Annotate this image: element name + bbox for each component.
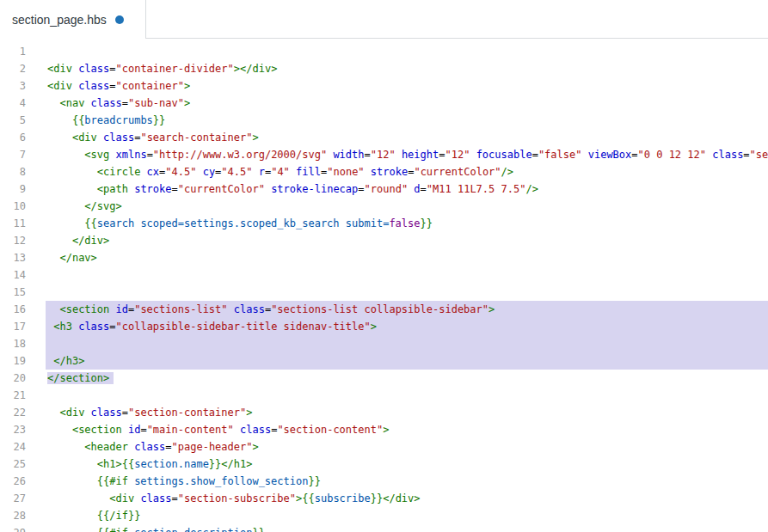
code-line[interactable]: 15 <box>0 284 768 301</box>
code-line[interactable]: 8 <circle cx="4.5" cy="4.5" r="4" fill="… <box>0 163 768 180</box>
code-token <box>47 441 84 453</box>
code-content[interactable]: <h1>{{section.name}}</h1> <box>46 456 768 473</box>
code-content[interactable]: <header class="page-header"> <box>46 438 768 456</box>
code-token <box>470 149 476 161</box>
code-content[interactable]: </svg> <box>46 198 768 215</box>
code-token: class <box>240 424 271 436</box>
code-token: "0 0 12 12" <box>638 149 706 161</box>
code-line[interactable]: 4 <nav class="sub-nav"> <box>0 95 768 112</box>
line-number: 21 <box>0 387 46 404</box>
code-line[interactable]: 14 <box>0 266 768 284</box>
code-line[interactable]: 12 </div> <box>0 232 768 249</box>
code-content[interactable]: <h3 class="collapsible-sidebar-title sid… <box>46 318 768 335</box>
code-content[interactable]: {{search scoped=settings.scoped_kb_searc… <box>46 215 768 232</box>
code-token <box>47 510 97 522</box>
code-content[interactable] <box>46 266 768 284</box>
code-content[interactable]: <div class="container-divider"></div> <box>46 60 768 77</box>
code-content[interactable]: <path stroke="currentColor" stroke-linec… <box>46 180 768 198</box>
code-content[interactable]: {{/if}} <box>46 507 768 524</box>
code-content[interactable] <box>46 335 768 352</box>
line-number: 1 <box>0 43 46 60</box>
code-line[interactable]: 29 {{#if section.description}} <box>0 524 768 532</box>
code-token: cy <box>203 166 215 178</box>
code-token: "sub-nav" <box>128 97 184 109</box>
code-content[interactable]: </nav> <box>46 249 768 266</box>
code-line[interactable]: 26 {{#if settings.show_follow_section}} <box>0 473 768 490</box>
code-line[interactable]: 18 <box>0 335 768 352</box>
code-token: = <box>109 80 115 92</box>
code-line[interactable]: 1 <box>0 43 768 60</box>
code-content[interactable]: </h3> <box>46 352 768 370</box>
code-content[interactable]: {{#if settings.show_follow_section}} <box>46 473 768 490</box>
code-token: = <box>109 63 115 75</box>
code-line[interactable]: 27 <div class="section-subscribe">{{subs… <box>0 490 768 507</box>
line-number: 9 <box>0 180 46 198</box>
code-line[interactable]: 22 <div class="section-container"> <box>0 404 768 421</box>
code-content[interactable]: <div class="container"> <box>46 77 768 95</box>
code-token: <div <box>59 407 84 419</box>
code-token: <div <box>72 131 97 144</box>
code-line[interactable]: 24 <header class="page-header"> <box>0 438 768 456</box>
code-line[interactable]: 28 {{/if}} <box>0 507 768 524</box>
code-line[interactable]: 3<div class="container"> <box>0 77 768 95</box>
code-token: /> <box>501 166 513 178</box>
code-token: </section> <box>47 372 109 384</box>
code-content[interactable]: <svg xmlns="http://www.w3.org/2000/svg" … <box>46 146 768 163</box>
code-token: = <box>165 441 171 453</box>
code-token: > <box>252 131 258 144</box>
code-content[interactable]: <circle cx="4.5" cy="4.5" r="4" fill="no… <box>46 163 768 180</box>
line-number: 28 <box>0 507 46 524</box>
code-token: cx <box>147 166 159 178</box>
line-number: 29 <box>0 524 46 532</box>
code-line[interactable]: 10 </svg> <box>0 198 768 215</box>
code-token: <div <box>47 80 72 92</box>
code-line[interactable]: 13 </nav> <box>0 249 768 266</box>
code-token: {{ <box>84 217 96 229</box>
code-content[interactable]: <div class="section-container"> <box>46 404 768 421</box>
code-line[interactable]: 2<div class="container-divider"></div> <box>0 60 768 77</box>
code-content[interactable]: <div class="search-container"> <box>46 129 768 146</box>
code-line[interactable]: 5 {{breadcrumbs}} <box>0 112 768 129</box>
code-content[interactable]: </div> <box>46 232 768 249</box>
code-token: section.name <box>134 458 209 470</box>
code-content[interactable] <box>46 387 768 404</box>
code-line[interactable]: 11 {{search scoped=settings.scoped_kb_se… <box>0 215 768 232</box>
line-number: 4 <box>0 95 46 112</box>
code-token: {{/if}} <box>97 510 141 522</box>
code-content[interactable]: <section id="sections-list" class="secti… <box>46 301 768 318</box>
code-line[interactable]: 20</section> <box>0 370 768 387</box>
code-content[interactable]: {{#if section.description}} <box>46 524 768 532</box>
code-token: "4.5" <box>221 166 252 178</box>
code-token: class <box>91 97 122 109</box>
code-token: }} <box>308 475 320 487</box>
code-content[interactable]: {{breadcrumbs}} <box>46 112 768 129</box>
code-content[interactable] <box>46 284 768 301</box>
line-number: 3 <box>0 77 46 95</box>
code-token: "4.5" <box>165 166 196 178</box>
code-token: </div> <box>72 235 109 247</box>
code-content[interactable]: </section> <box>46 370 768 387</box>
code-line[interactable]: 17 <h3 class="collapsible-sidebar-title … <box>0 318 768 335</box>
code-content[interactable]: <nav class="sub-nav"> <box>46 95 768 112</box>
code-content[interactable] <box>46 43 768 60</box>
line-number: 18 <box>0 335 46 352</box>
code-line[interactable]: 25 <h1>{{section.name}}</h1> <box>0 456 768 473</box>
tab-section-page[interactable]: section_page.hbs <box>0 0 146 39</box>
code-line[interactable]: 19 </h3> <box>0 352 768 370</box>
code-line[interactable]: 6 <div class="search-container"> <box>0 129 768 146</box>
code-token: ></div> <box>234 63 278 75</box>
code-content[interactable]: <section id="main-content" class="sectio… <box>46 421 768 438</box>
code-line[interactable]: 9 <path stroke="currentColor" stroke-lin… <box>0 180 768 198</box>
code-content[interactable]: <div class="section-subscribe">{{subscri… <box>46 490 768 507</box>
code-area[interactable]: 12<div class="container-divider"></div>3… <box>0 39 768 532</box>
code-token: }} <box>252 527 264 532</box>
code-line[interactable]: 23 <section id="main-content" class="sec… <box>0 421 768 438</box>
code-token <box>84 97 90 109</box>
code-line[interactable]: 7 <svg xmlns="http://www.w3.org/2000/svg… <box>0 146 768 163</box>
code-token: false <box>389 217 420 229</box>
code-line[interactable]: 21 <box>0 387 768 404</box>
line-number: 25 <box>0 456 46 473</box>
code-token: "sections-list" <box>134 303 227 315</box>
code-token <box>365 166 371 178</box>
code-line[interactable]: 16 <section id="sections-list" class="se… <box>0 301 768 318</box>
